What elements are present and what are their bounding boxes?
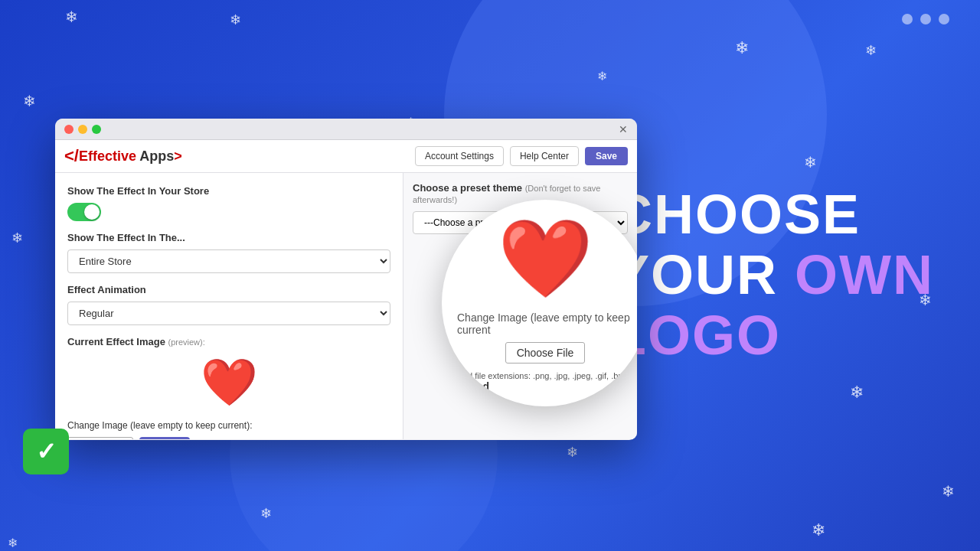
save-button[interactable]: Save: [585, 147, 628, 165]
change-image-label: Change Image (leave empty to keep curren…: [67, 420, 390, 431]
current-effect-image-label: Current Effect Image (preview):: [67, 336, 390, 347]
dot-2: [920, 14, 931, 24]
show-effect-label: Show The Effect In Your Store: [67, 185, 390, 197]
upload-button[interactable]: Upload: [139, 437, 190, 439]
promo-section: CHOOSE YOUR OWN LOGO: [612, 184, 934, 367]
promo-line1: CHOOSE: [612, 184, 934, 245]
magnify-note: wed file extensions: .png, .jpg, .jpeg, …: [457, 371, 633, 380]
traffic-lights: [64, 125, 101, 134]
logo-bracket-open: </: [64, 146, 79, 166]
show-effect-section: Show The Effect In Your Store: [67, 185, 390, 221]
magnify-title: Change Image (leave empty to keep curren…: [457, 311, 633, 336]
toolbar: </ Effective Apps > Account Settings Hel…: [55, 140, 637, 173]
minimize-button[interactable]: [78, 125, 87, 134]
magnify-heart-icon: ❤️: [498, 214, 593, 304]
dot-3: [939, 14, 949, 24]
dot-1: [902, 14, 913, 24]
file-row: Choose File Upload: [67, 437, 390, 439]
app-window: ✕ </ Effective Apps > Account Settings H…: [55, 119, 637, 440]
promo-line2: YOUR OWN: [612, 245, 934, 305]
magnify-speed: Speed: [457, 380, 633, 393]
promo-own: OWN: [795, 244, 934, 305]
effect-animation-section: Effect Animation RegularSlowFastCustom: [67, 284, 390, 325]
toggle-thumb: [84, 204, 100, 220]
logo: </ Effective Apps >: [64, 146, 182, 166]
title-bar: ✕: [55, 119, 637, 140]
checkmark-badge: ✓: [23, 429, 69, 474]
logo-effective: Effective: [79, 148, 136, 165]
close-button[interactable]: [64, 125, 74, 134]
checkmark-icon: ✓: [36, 437, 57, 466]
show-effect-toggle[interactable]: [67, 203, 101, 221]
heart-preview: ❤️: [67, 355, 390, 409]
magnify-choose-file-button[interactable]: Choose File: [505, 342, 586, 364]
logo-arrow: >: [174, 148, 182, 165]
top-dots: [902, 14, 949, 24]
logo-apps: Apps: [136, 148, 174, 165]
current-effect-image-section: Current Effect Image (preview): ❤️: [67, 336, 390, 409]
content-area: Show The Effect In Your Store Show The E…: [55, 173, 637, 439]
promo-line3: LOGO: [612, 306, 934, 367]
effect-animation-label: Effect Animation: [67, 284, 390, 295]
magnify-content: Change Image (leave empty to keep curren…: [442, 311, 637, 393]
toolbar-buttons: Account Settings Help Center Save: [415, 146, 628, 166]
maximize-button[interactable]: [92, 125, 101, 134]
animation-select[interactable]: RegularSlowFastCustom: [67, 302, 390, 325]
show-effect-in-section: Show The Effect In The... Entire StoreHo…: [67, 232, 390, 273]
promo-your: YOUR: [612, 244, 778, 305]
choose-file-button[interactable]: Choose File: [67, 437, 133, 439]
store-select[interactable]: Entire StoreHomepage OnlyCollection Page…: [67, 249, 390, 273]
help-center-button[interactable]: Help Center: [510, 146, 579, 166]
preset-label: Choose a preset theme (Don't forget to s…: [413, 182, 628, 205]
magnify-overlay: ❤️ Change Image (leave empty to keep cur…: [442, 200, 637, 406]
show-effect-in-label: Show The Effect In The...: [67, 232, 390, 243]
window-close-icon[interactable]: ✕: [619, 123, 628, 135]
left-panel: Show The Effect In Your Store Show The E…: [55, 173, 403, 439]
account-settings-button[interactable]: Account Settings: [415, 146, 504, 166]
change-image-section: Change Image (leave empty to keep curren…: [67, 420, 390, 439]
right-panel: Choose a preset theme (Don't forget to s…: [403, 173, 637, 439]
